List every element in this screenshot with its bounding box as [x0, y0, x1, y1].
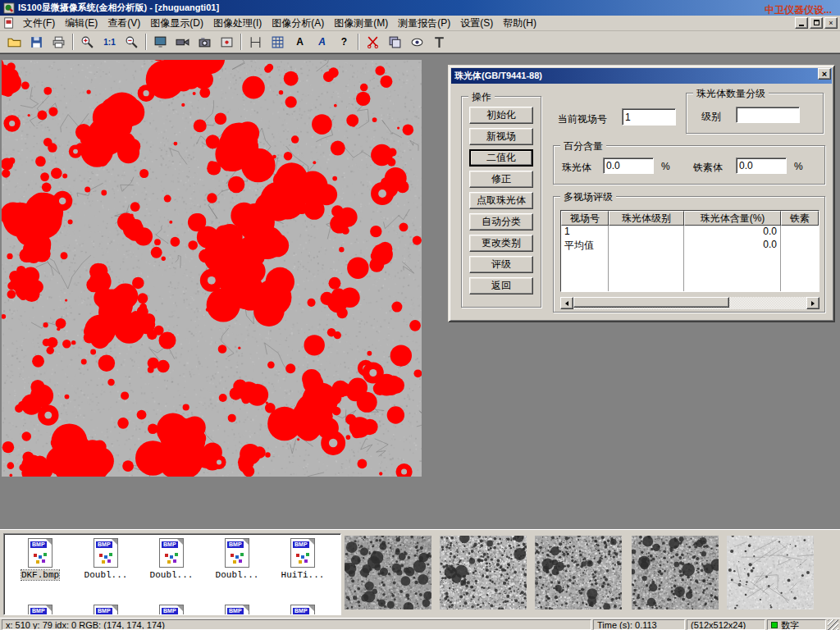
menu-view[interactable]: 查看(V) [103, 16, 145, 31]
bmp-file-icon: BMP [94, 605, 118, 615]
file-item[interactable]: BMP [73, 605, 139, 615]
overlay-icon[interactable] [385, 32, 405, 52]
col-content[interactable]: 珠光体含量(%) [684, 211, 781, 226]
mdi-restore-button[interactable] [810, 17, 823, 29]
current-field-input[interactable] [622, 108, 676, 126]
file-list[interactable]: BMP DKF.bmp BMP Doubl... BMP Doubl... BM… [3, 533, 341, 615]
mdi-close-button[interactable]: × [824, 17, 838, 29]
new-field-button[interactable]: 新视场 [469, 128, 533, 145]
return-button[interactable]: 返回 [469, 277, 533, 294]
thumbnail-image[interactable] [440, 536, 527, 609]
help-icon[interactable]: ? [334, 32, 354, 52]
title-bar[interactable]: IS100显微摄像系统(金相分析版) - [zhuguangti01] [0, 0, 840, 16]
display-icon[interactable] [150, 32, 171, 52]
menu-help[interactable]: 帮助(H) [498, 16, 541, 31]
dialog-title-bar[interactable]: 珠光体(GB/T9441-88) [451, 68, 832, 84]
menu-edit[interactable]: 编辑(E) [60, 16, 103, 31]
menu-image-analysis[interactable]: 图像分析(A) [267, 16, 329, 31]
init-button[interactable]: 初始化 [469, 107, 533, 124]
table-cell[interactable]: 0.0 [684, 239, 781, 252]
pick-pearlite-button[interactable]: 点取珠光体 [469, 192, 533, 209]
auto-classify-button[interactable]: 自动分类 [469, 213, 533, 231]
binarize-button[interactable]: 二值化 [469, 149, 533, 167]
table-cell[interactable] [781, 226, 819, 239]
file-item[interactable]: BMP Doubl... [73, 538, 139, 580]
thumbnail-image[interactable] [632, 536, 719, 609]
file-item[interactable]: BMP HuiTi... [270, 538, 336, 580]
file-item[interactable]: BMP DKF.bmp [7, 538, 73, 580]
menu-settings[interactable]: 设置(S) [455, 16, 498, 31]
file-item[interactable]: BMP Doubl... [204, 538, 270, 580]
pearlite-dialog[interactable]: 珠光体(GB/T9441-88) × 操作 初始化 新视场 二值化 修正 点取珠… [448, 65, 835, 322]
scroll-right-icon[interactable] [806, 297, 819, 309]
app-icon [3, 2, 15, 14]
save-icon[interactable] [26, 32, 47, 52]
menu-report[interactable]: 测量报告(P) [393, 16, 455, 31]
print-icon[interactable] [48, 32, 69, 52]
menu-image-display[interactable]: 图像显示(D) [145, 16, 208, 31]
toolbar-separator [145, 34, 147, 50]
scroll-thumb[interactable] [573, 297, 729, 308]
menu-image-measure[interactable]: 图像测量(M) [329, 16, 393, 31]
menu-file[interactable]: 文件(F) [18, 16, 60, 31]
angle-text-icon[interactable]: A [312, 32, 332, 52]
ferrite-percent-input[interactable] [736, 158, 787, 174]
grade-count-group-label: 珠光体数量分级 [693, 87, 769, 101]
table-cell[interactable] [609, 239, 684, 252]
grid-icon[interactable] [267, 32, 288, 52]
metallograph-image[interactable] [2, 60, 422, 477]
correct-button[interactable]: 修正 [469, 171, 533, 188]
resize-grip[interactable] [828, 619, 838, 630]
text-tool-icon[interactable]: A [290, 32, 310, 52]
file-name: Doubl... [84, 570, 128, 580]
zoom-out-icon[interactable] [121, 32, 142, 52]
video-camera-icon[interactable] [172, 32, 193, 52]
file-name: Doubl... [216, 570, 259, 580]
thumbnail-image[interactable] [535, 536, 622, 609]
camera-icon[interactable] [194, 32, 215, 52]
mdi-document-icon[interactable] [3, 17, 15, 29]
open-icon[interactable] [4, 32, 25, 52]
thumbnail-image[interactable] [727, 536, 814, 609]
vendor-watermark: 中卫仪器仪设... [765, 3, 832, 17]
file-item[interactable]: BMP [7, 605, 73, 615]
table-row[interactable]: 1 [561, 226, 609, 239]
file-item[interactable]: BMP [204, 605, 270, 615]
file-item[interactable]: BMP Doubl... [139, 538, 204, 580]
col-field[interactable]: 视场号 [561, 211, 609, 226]
table-cell[interactable] [781, 239, 819, 252]
change-class-button[interactable]: 更改类别 [469, 235, 533, 252]
t-square-icon[interactable] [429, 32, 450, 52]
col-grade[interactable]: 珠光体级别 [609, 211, 684, 226]
actual-size-button[interactable]: 1:1 [99, 32, 120, 52]
table-hscrollbar[interactable] [560, 297, 819, 309]
status-time: Time (s): 0.113 [593, 619, 685, 630]
zoom-in-icon[interactable] [77, 32, 98, 52]
scroll-track[interactable] [573, 297, 806, 309]
thumbnail-image[interactable] [345, 536, 431, 609]
caliper-icon[interactable] [245, 32, 266, 52]
dialog-close-button[interactable]: × [818, 68, 831, 80]
bmp-file-icon: BMP [159, 605, 184, 615]
file-item[interactable]: BMP [139, 605, 204, 615]
file-name: Doubl... [150, 570, 194, 580]
level-input[interactable] [736, 107, 800, 123]
pearlite-percent-input[interactable] [603, 158, 654, 174]
table-cell[interactable]: 0.0 [684, 226, 781, 239]
bmp-file-icon: BMP [290, 538, 315, 568]
table-cell[interactable] [609, 226, 684, 239]
capture-icon[interactable] [217, 32, 237, 52]
cut-icon[interactable] [363, 32, 383, 52]
scroll-left-icon[interactable] [560, 297, 573, 309]
multi-field-table[interactable]: 视场号 珠光体级别 珠光体含量(%) 铁素 1 0.0 平均值 0.0 [560, 210, 819, 292]
mdi-minimize-button[interactable] [795, 17, 808, 29]
grade-button[interactable]: 评级 [469, 256, 533, 273]
application-window: IS100显微摄像系统(金相分析版) - [zhuguangti01] 中卫仪器… [0, 0, 840, 630]
marker-icon[interactable] [407, 32, 427, 52]
file-item[interactable]: BMP [270, 605, 336, 615]
multi-field-group-label: 多视场评级 [560, 190, 616, 204]
menu-image-process[interactable]: 图像处理(I) [208, 16, 267, 31]
multi-field-group: 多视场评级 视场号 珠光体级别 珠光体含量(%) 铁素 1 0.0 平均值 [553, 196, 825, 313]
col-ferrite[interactable]: 铁素 [781, 211, 819, 226]
table-row[interactable]: 平均值 [561, 239, 609, 252]
